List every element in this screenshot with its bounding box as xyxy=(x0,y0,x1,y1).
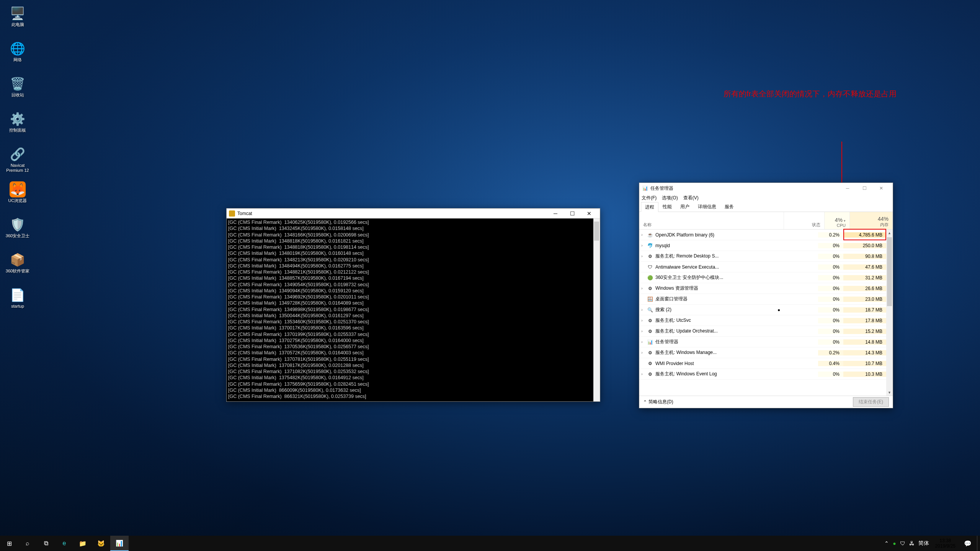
search-button[interactable]: ⌕ xyxy=(18,536,37,551)
notification-button[interactable]: 💬 xyxy=(959,536,977,551)
fewer-details-button[interactable]: ⌃简略信息(D) xyxy=(643,399,853,405)
menu-file[interactable]: 文件(F) xyxy=(642,195,657,201)
process-status: ● xyxy=(777,307,818,313)
maximize-button[interactable]: ☐ xyxy=(564,209,581,218)
col-memory[interactable]: 44%内存 xyxy=(850,212,893,229)
col-cpu[interactable]: 4%▾CPU xyxy=(825,212,850,229)
process-row[interactable]: ›⚙服务主机: Update Orchestrat...0%15.2 MB xyxy=(639,326,886,337)
process-row[interactable]: 🟢360安全卫士 安全防护中心模块...0%31.2 MB xyxy=(639,272,886,283)
scrollbar-thumb[interactable] xyxy=(594,222,599,241)
expand-icon[interactable]: › xyxy=(639,350,645,355)
tomcat-icon xyxy=(229,210,235,217)
desktop-icon-360soft[interactable]: 📦360软件管家 xyxy=(4,250,31,283)
process-rows: ›☕OpenJDK Platform binary (6)0.2%4,785.6… xyxy=(639,230,886,396)
tab-services[interactable]: 服务 xyxy=(720,202,738,212)
process-row[interactable]: ›⚙服务主机: Windows Manage...0.2%14.3 MB xyxy=(639,347,886,358)
desktop-icon-network[interactable]: 🌐网络 xyxy=(4,39,31,72)
expand-icon[interactable]: › xyxy=(639,308,645,312)
expand-icon[interactable]: › xyxy=(639,233,645,237)
close-button[interactable]: ✕ xyxy=(873,184,890,193)
process-name: WMI Provider Host xyxy=(655,361,777,366)
tomcat-console[interactable]: [GC (CMS Final Remark) 1340625K(5019580K… xyxy=(227,218,600,401)
expand-icon[interactable]: › xyxy=(639,243,645,248)
expand-icon[interactable]: › xyxy=(639,372,645,376)
process-cpu: 0% xyxy=(818,286,843,291)
process-row[interactable]: 🪟桌面窗口管理器0%23.0 MB xyxy=(639,294,886,305)
taskmgr-titlebar[interactable]: 📊 任务管理器 ─ ☐ ✕ xyxy=(639,183,893,194)
show-desktop-button[interactable] xyxy=(977,536,980,551)
close-button[interactable]: ✕ xyxy=(581,209,598,218)
process-row[interactable]: ›⚙服务主机: Windows Event Log0%10.3 MB xyxy=(639,369,886,380)
process-row[interactable]: ›⚙服务主机: Remote Desktop S...0%90.8 MB xyxy=(639,251,886,262)
process-cpu: 0% xyxy=(818,318,843,323)
taskmgr-menubar: 文件(F) 选项(O) 查看(V) xyxy=(639,194,893,202)
expand-icon[interactable]: › xyxy=(639,329,645,333)
end-task-button[interactable]: 结束任务(E) xyxy=(853,397,889,407)
process-memory: 23.0 MB xyxy=(843,297,886,302)
process-row[interactable]: ›📊任务管理器0%14.8 MB xyxy=(639,337,886,347)
tray-chevron-icon[interactable]: ⌃ xyxy=(884,540,889,546)
expand-icon[interactable]: › xyxy=(639,318,645,323)
column-headers: 名称 状态 4%▾CPU 44%内存 xyxy=(639,212,893,230)
expand-icon[interactable]: › xyxy=(639,254,645,258)
process-memory: 14.3 MB xyxy=(843,350,886,355)
taskview-button[interactable]: ⧉ xyxy=(37,536,55,551)
process-row[interactable]: ›☕OpenJDK Platform binary (6)0.2%4,785.6… xyxy=(639,230,886,240)
system-tray: ⌃ ● 🛡 🖧 简体 xyxy=(881,540,932,547)
scroll-down[interactable]: ▼ xyxy=(886,389,893,396)
taskbar-clock[interactable]: 13:38 2019/9/25 xyxy=(932,538,959,549)
taskmgr-scrollbar[interactable]: ▲ ▼ xyxy=(886,230,893,396)
col-name[interactable]: 名称 xyxy=(639,212,784,229)
taskbar-taskmgr[interactable]: 📊 xyxy=(110,536,129,551)
process-row[interactable]: ›⚙服务主机: UtcSvc0%17.8 MB xyxy=(639,315,886,326)
process-row[interactable]: ›⚙Windows 资源管理器0%26.6 MB xyxy=(639,283,886,294)
minimize-button[interactable]: ─ xyxy=(839,184,856,193)
taskbar-tomcat[interactable]: 🐱 xyxy=(92,536,110,551)
process-memory: 10.7 MB xyxy=(843,361,886,366)
tray-shield-icon[interactable]: 🛡 xyxy=(900,540,905,546)
process-icon: ⚙ xyxy=(647,253,653,259)
clock-date: 2019/9/25 xyxy=(935,543,956,549)
process-cpu: 0% xyxy=(818,243,843,248)
scroll-up[interactable]: ▲ xyxy=(886,230,893,236)
expand-icon[interactable]: › xyxy=(639,286,645,290)
console-scrollbar[interactable] xyxy=(593,218,600,401)
taskbar-explorer[interactable]: 📁 xyxy=(74,536,92,551)
desktop-icon-startup[interactable]: 📄startup xyxy=(4,285,31,318)
desktop-icon-recyclebin[interactable]: 🗑️回收站 xyxy=(4,74,31,107)
expand-icon[interactable]: › xyxy=(639,340,645,344)
tray-360-icon[interactable]: ● xyxy=(893,540,896,546)
tab-users[interactable]: 用户 xyxy=(676,202,694,212)
process-row[interactable]: ›🔍搜索 (2)●0%18.7 MB xyxy=(639,305,886,315)
process-name: 搜索 (2) xyxy=(655,306,777,313)
tab-processes[interactable]: 进程 xyxy=(641,202,658,212)
tray-network-icon[interactable]: 🖧 xyxy=(909,540,915,546)
desktop-icon-360safe[interactable]: 🛡️360安全卫士 xyxy=(4,215,31,248)
tray-ime-icon[interactable]: 简体 xyxy=(918,540,929,547)
process-cpu: 0% xyxy=(818,254,843,259)
tab-details[interactable]: 详细信息 xyxy=(694,202,720,212)
desktop-icon-navicat[interactable]: 🔗Navicat Premium 12 xyxy=(4,145,31,178)
taskbar-ie[interactable]: e xyxy=(55,536,74,551)
desktop-icon-computer[interactable]: 🖥️此电脑 xyxy=(4,4,31,37)
maximize-button[interactable]: ☐ xyxy=(856,184,873,193)
scrollbar-thumb[interactable] xyxy=(887,237,892,306)
tomcat-window: Tomcat ─ ☐ ✕ [GC (CMS Final Remark) 1340… xyxy=(226,208,600,402)
process-icon: 🟢 xyxy=(647,275,653,281)
col-status[interactable]: 状态 xyxy=(784,212,825,229)
process-name: Antimalware Service Executa... xyxy=(655,264,777,270)
menu-view[interactable]: 查看(V) xyxy=(683,195,699,201)
process-row[interactable]: 🛡Antimalware Service Executa...0%47.6 MB xyxy=(639,262,886,272)
navicat-icon: 🔗 xyxy=(10,146,26,162)
process-row[interactable]: ›🐬mysqld0%250.0 MB xyxy=(639,240,886,251)
tomcat-titlebar[interactable]: Tomcat ─ ☐ ✕ xyxy=(227,209,600,218)
process-name: 服务主机: Update Orchestrat... xyxy=(655,328,777,334)
start-button[interactable]: ⊞ xyxy=(0,536,18,551)
menu-options[interactable]: 选项(O) xyxy=(662,195,678,201)
desktop-icon-ucbrowser[interactable]: 🦊UC浏览器 xyxy=(4,180,31,213)
desktop-icon-controlpanel[interactable]: ⚙️控制面板 xyxy=(4,109,31,142)
minimize-button[interactable]: ─ xyxy=(547,209,564,218)
process-row[interactable]: ⚙WMI Provider Host0.4%10.7 MB xyxy=(639,358,886,369)
tab-performance[interactable]: 性能 xyxy=(658,202,676,212)
tomcat-title: Tomcat xyxy=(237,211,547,216)
